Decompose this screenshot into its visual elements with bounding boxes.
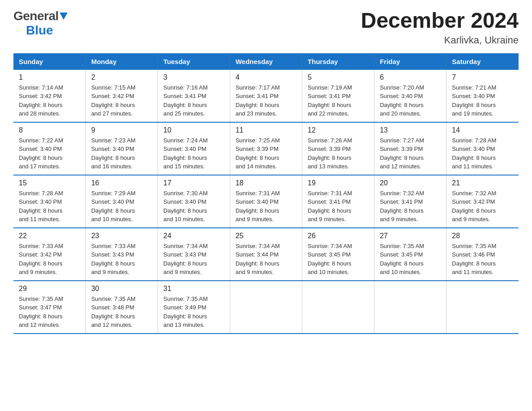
logo-arrow-icon — [60, 13, 68, 20]
col-tuesday: Tuesday — [158, 53, 230, 70]
day-number: 19 — [308, 179, 369, 187]
day-number: 10 — [163, 126, 224, 134]
calendar-cell: 31Sunrise: 7:35 AMSunset: 3:49 PMDayligh… — [158, 281, 230, 334]
day-info: Sunrise: 7:16 AMSunset: 3:41 PMDaylight:… — [163, 83, 224, 118]
day-number: 24 — [163, 232, 224, 240]
day-number: 18 — [236, 179, 296, 187]
calendar-week-1: 1Sunrise: 7:14 AMSunset: 3:42 PMDaylight… — [13, 70, 519, 122]
day-info: Sunrise: 7:31 AMSunset: 3:41 PMDaylight:… — [308, 189, 369, 224]
logo-blue-text: Blue — [26, 23, 53, 37]
calendar-cell — [230, 281, 302, 334]
day-number: 4 — [236, 73, 296, 81]
calendar-cell: 30Sunrise: 7:35 AMSunset: 3:48 PMDayligh… — [86, 281, 158, 334]
calendar-body: 1Sunrise: 7:14 AMSunset: 3:42 PMDaylight… — [13, 70, 519, 334]
day-info: Sunrise: 7:30 AMSunset: 3:40 PMDaylight:… — [163, 189, 224, 224]
day-info: Sunrise: 7:33 AMSunset: 3:43 PMDaylight:… — [91, 242, 152, 277]
col-thursday: Thursday — [302, 53, 374, 70]
page-header: General Blue December 2024 Karlivka, Ukr… — [13, 9, 519, 46]
logo: General Blue — [13, 9, 68, 38]
day-info: Sunrise: 7:34 AMSunset: 3:45 PMDaylight:… — [308, 242, 369, 277]
day-info: Sunrise: 7:24 AMSunset: 3:40 PMDaylight:… — [163, 136, 224, 171]
day-number: 15 — [19, 179, 80, 187]
day-info: Sunrise: 7:28 AMSunset: 3:40 PMDaylight:… — [19, 189, 80, 224]
day-info: Sunrise: 7:19 AMSunset: 3:41 PMDaylight:… — [308, 83, 369, 118]
day-number: 16 — [91, 179, 152, 187]
day-number: 20 — [380, 179, 441, 187]
day-info: Sunrise: 7:14 AMSunset: 3:42 PMDaylight:… — [19, 83, 80, 118]
calendar-cell: 9Sunrise: 7:23 AMSunset: 3:40 PMDaylight… — [86, 122, 158, 175]
col-monday: Monday — [86, 53, 158, 70]
calendar-header: Sunday Monday Tuesday Wednesday Thursday… — [13, 53, 519, 70]
day-number: 6 — [380, 73, 441, 81]
calendar-cell — [374, 281, 446, 334]
day-info: Sunrise: 7:29 AMSunset: 3:40 PMDaylight:… — [91, 189, 152, 224]
calendar-cell: 23Sunrise: 7:33 AMSunset: 3:43 PMDayligh… — [86, 228, 158, 281]
calendar-title: December 2024 — [361, 9, 519, 33]
day-info: Sunrise: 7:35 AMSunset: 3:46 PMDaylight:… — [452, 242, 513, 277]
calendar-cell: 10Sunrise: 7:24 AMSunset: 3:40 PMDayligh… — [158, 122, 230, 175]
day-info: Sunrise: 7:33 AMSunset: 3:42 PMDaylight:… — [19, 242, 80, 277]
calendar-cell: 5Sunrise: 7:19 AMSunset: 3:41 PMDaylight… — [302, 70, 374, 122]
day-number: 5 — [308, 73, 369, 81]
day-info: Sunrise: 7:35 AMSunset: 3:45 PMDaylight:… — [380, 242, 441, 277]
col-sunday: Sunday — [13, 53, 86, 70]
calendar-week-2: 8Sunrise: 7:22 AMSunset: 3:40 PMDaylight… — [13, 122, 519, 175]
day-info: Sunrise: 7:34 AMSunset: 3:43 PMDaylight:… — [163, 242, 224, 277]
day-info: Sunrise: 7:32 AMSunset: 3:41 PMDaylight:… — [380, 189, 441, 224]
day-info: Sunrise: 7:17 AMSunset: 3:41 PMDaylight:… — [236, 83, 296, 118]
day-info: Sunrise: 7:20 AMSunset: 3:40 PMDaylight:… — [380, 83, 441, 118]
calendar-cell: 18Sunrise: 7:31 AMSunset: 3:40 PMDayligh… — [230, 175, 302, 228]
day-number: 23 — [91, 232, 152, 240]
day-number: 8 — [19, 126, 80, 134]
day-info: Sunrise: 7:32 AMSunset: 3:42 PMDaylight:… — [452, 189, 513, 224]
calendar-cell: 20Sunrise: 7:32 AMSunset: 3:41 PMDayligh… — [374, 175, 446, 228]
day-number: 17 — [163, 179, 224, 187]
calendar-cell: 24Sunrise: 7:34 AMSunset: 3:43 PMDayligh… — [158, 228, 230, 281]
day-number: 1 — [19, 73, 80, 81]
calendar-cell: 26Sunrise: 7:34 AMSunset: 3:45 PMDayligh… — [302, 228, 374, 281]
calendar-week-3: 15Sunrise: 7:28 AMSunset: 3:40 PMDayligh… — [13, 175, 519, 228]
calendar-cell: 12Sunrise: 7:26 AMSunset: 3:39 PMDayligh… — [302, 122, 374, 175]
calendar-cell: 27Sunrise: 7:35 AMSunset: 3:45 PMDayligh… — [374, 228, 446, 281]
day-number: 30 — [91, 285, 152, 293]
col-friday: Friday — [374, 53, 446, 70]
day-number: 21 — [452, 179, 513, 187]
calendar-cell: 17Sunrise: 7:30 AMSunset: 3:40 PMDayligh… — [158, 175, 230, 228]
calendar-cell: 3Sunrise: 7:16 AMSunset: 3:41 PMDaylight… — [158, 70, 230, 122]
calendar-cell: 25Sunrise: 7:34 AMSunset: 3:44 PMDayligh… — [230, 228, 302, 281]
day-number: 12 — [308, 126, 369, 134]
calendar-cell: 15Sunrise: 7:28 AMSunset: 3:40 PMDayligh… — [13, 175, 86, 228]
logo-general-text: General — [13, 9, 59, 23]
calendar-cell: 19Sunrise: 7:31 AMSunset: 3:41 PMDayligh… — [302, 175, 374, 228]
calendar-table: Sunday Monday Tuesday Wednesday Thursday… — [13, 53, 519, 334]
calendar-week-5: 29Sunrise: 7:35 AMSunset: 3:47 PMDayligh… — [13, 281, 519, 334]
day-number: 31 — [163, 285, 224, 293]
day-number: 13 — [380, 126, 441, 134]
title-block: December 2024 Karlivka, Ukraine — [361, 9, 519, 46]
day-info: Sunrise: 7:26 AMSunset: 3:39 PMDaylight:… — [308, 136, 369, 171]
day-info: Sunrise: 7:15 AMSunset: 3:42 PMDaylight:… — [91, 83, 152, 118]
col-wednesday: Wednesday — [230, 53, 302, 70]
calendar-cell: 4Sunrise: 7:17 AMSunset: 3:41 PMDaylight… — [230, 70, 302, 122]
calendar-cell: 22Sunrise: 7:33 AMSunset: 3:42 PMDayligh… — [13, 228, 86, 281]
day-number: 11 — [236, 126, 296, 134]
day-info: Sunrise: 7:22 AMSunset: 3:40 PMDaylight:… — [19, 136, 80, 171]
day-info: Sunrise: 7:31 AMSunset: 3:40 PMDaylight:… — [236, 189, 296, 224]
col-saturday: Saturday — [446, 53, 519, 70]
calendar-cell: 29Sunrise: 7:35 AMSunset: 3:47 PMDayligh… — [13, 281, 86, 334]
day-info: Sunrise: 7:25 AMSunset: 3:39 PMDaylight:… — [236, 136, 296, 171]
day-info: Sunrise: 7:35 AMSunset: 3:49 PMDaylight:… — [163, 295, 224, 330]
day-number: 14 — [452, 126, 513, 134]
calendar-cell: 11Sunrise: 7:25 AMSunset: 3:39 PMDayligh… — [230, 122, 302, 175]
day-info: Sunrise: 7:27 AMSunset: 3:39 PMDaylight:… — [380, 136, 441, 171]
day-info: Sunrise: 7:28 AMSunset: 3:40 PMDaylight:… — [452, 136, 513, 171]
calendar-week-4: 22Sunrise: 7:33 AMSunset: 3:42 PMDayligh… — [13, 228, 519, 281]
calendar-cell: 13Sunrise: 7:27 AMSunset: 3:39 PMDayligh… — [374, 122, 446, 175]
day-info: Sunrise: 7:21 AMSunset: 3:40 PMDaylight:… — [452, 83, 513, 118]
calendar-cell: 6Sunrise: 7:20 AMSunset: 3:40 PMDaylight… — [374, 70, 446, 122]
day-info: Sunrise: 7:34 AMSunset: 3:44 PMDaylight:… — [236, 242, 296, 277]
day-number: 9 — [91, 126, 152, 134]
day-number: 29 — [19, 285, 80, 293]
calendar-cell: 14Sunrise: 7:28 AMSunset: 3:40 PMDayligh… — [446, 122, 519, 175]
calendar-cell: 8Sunrise: 7:22 AMSunset: 3:40 PMDaylight… — [13, 122, 86, 175]
